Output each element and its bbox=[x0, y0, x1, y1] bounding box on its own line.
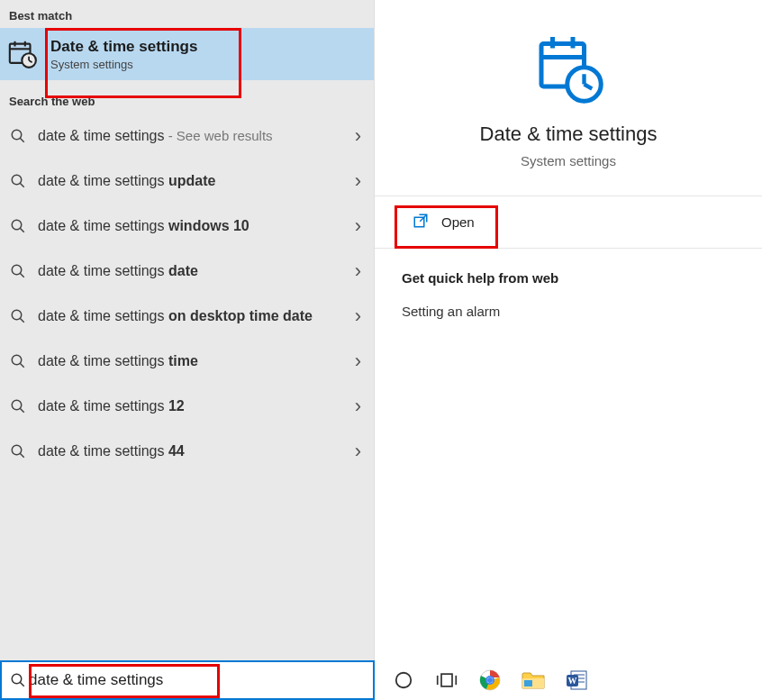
open-button[interactable]: Open bbox=[387, 196, 500, 248]
web-result-item[interactable]: date & time settings time› bbox=[0, 339, 374, 384]
chevron-right-icon: › bbox=[355, 305, 361, 328]
svg-point-32 bbox=[12, 674, 22, 684]
svg-point-17 bbox=[12, 355, 22, 365]
help-header: Get quick help from web bbox=[402, 270, 735, 286]
chevron-right-icon: › bbox=[355, 124, 361, 148]
svg-line-22 bbox=[20, 453, 24, 458]
svg-rect-43 bbox=[524, 680, 532, 686]
best-match-subtitle: System settings bbox=[50, 58, 365, 71]
svg-point-9 bbox=[12, 175, 22, 185]
svg-line-12 bbox=[20, 228, 24, 232]
svg-line-8 bbox=[20, 138, 24, 142]
web-result-text: date & time settings 44 bbox=[38, 443, 344, 459]
svg-point-15 bbox=[12, 310, 22, 320]
search-icon bbox=[9, 442, 27, 460]
web-result-text: date & time settings - See web results bbox=[38, 128, 344, 144]
svg-text:W: W bbox=[568, 676, 577, 686]
search-results-panel: Best match Date & time settings System s… bbox=[0, 0, 375, 660]
svg-line-33 bbox=[20, 682, 24, 686]
chevron-right-icon: › bbox=[355, 440, 361, 463]
svg-point-21 bbox=[12, 445, 22, 455]
svg-point-34 bbox=[396, 673, 412, 688]
search-icon bbox=[9, 397, 27, 415]
chevron-right-icon: › bbox=[355, 350, 361, 373]
svg-point-11 bbox=[12, 220, 22, 230]
search-icon bbox=[9, 262, 27, 280]
chevron-right-icon: › bbox=[355, 259, 361, 283]
svg-point-19 bbox=[12, 400, 22, 410]
task-view-icon[interactable] bbox=[434, 668, 459, 693]
best-match-result[interactable]: Date & time settings System settings bbox=[0, 28, 374, 80]
search-icon bbox=[9, 172, 27, 190]
search-icon bbox=[9, 671, 27, 689]
best-match-header: Best match bbox=[0, 0, 374, 28]
open-label: Open bbox=[441, 214, 475, 230]
preview-title: Date & time settings bbox=[393, 123, 744, 146]
open-icon bbox=[413, 213, 429, 232]
search-icon bbox=[9, 217, 27, 235]
search-input[interactable] bbox=[27, 668, 366, 693]
search-web-header: Search the web bbox=[0, 80, 374, 114]
best-match-title: Date & time settings bbox=[50, 38, 365, 56]
svg-line-18 bbox=[20, 363, 24, 368]
svg-rect-35 bbox=[441, 674, 452, 686]
svg-point-7 bbox=[12, 130, 22, 140]
search-icon bbox=[9, 127, 27, 145]
web-result-text: date & time settings date bbox=[38, 263, 344, 279]
web-result-text: date & time settings on desktop time dat… bbox=[38, 308, 344, 324]
svg-point-41 bbox=[487, 677, 493, 683]
taskbar: W bbox=[0, 660, 762, 700]
chevron-right-icon: › bbox=[355, 214, 361, 238]
date-time-icon bbox=[5, 37, 40, 71]
svg-line-14 bbox=[20, 273, 24, 277]
svg-line-16 bbox=[20, 318, 24, 323]
web-result-item[interactable]: date & time settings 44› bbox=[0, 429, 374, 474]
web-results-list: date & time settings - See web results›d… bbox=[0, 114, 374, 474]
web-result-item[interactable]: date & time settings update› bbox=[0, 159, 374, 204]
chevron-right-icon: › bbox=[355, 169, 361, 193]
svg-point-13 bbox=[12, 265, 22, 275]
file-explorer-icon[interactable] bbox=[521, 668, 546, 693]
preview-panel: Date & time settings System settings Ope… bbox=[375, 0, 762, 660]
web-result-text: date & time settings time bbox=[38, 353, 344, 369]
web-result-text: date & time settings 12 bbox=[38, 398, 344, 414]
svg-line-20 bbox=[20, 408, 24, 413]
svg-line-10 bbox=[20, 183, 24, 187]
web-result-text: date & time settings windows 10 bbox=[38, 218, 344, 234]
preview-subtitle: System settings bbox=[393, 153, 744, 168]
word-icon[interactable]: W bbox=[564, 668, 589, 693]
chrome-icon[interactable] bbox=[477, 668, 503, 693]
date-time-icon-large bbox=[393, 32, 744, 105]
help-link-alarm[interactable]: Setting an alarm bbox=[402, 304, 735, 319]
web-result-item[interactable]: date & time settings date› bbox=[0, 249, 374, 294]
web-result-item[interactable]: date & time settings 12› bbox=[0, 384, 374, 429]
search-icon bbox=[9, 307, 27, 325]
chevron-right-icon: › bbox=[355, 395, 361, 418]
taskbar-search-box[interactable] bbox=[0, 660, 375, 700]
web-result-item[interactable]: date & time settings windows 10› bbox=[0, 204, 374, 249]
search-icon bbox=[9, 352, 27, 370]
web-result-item[interactable]: date & time settings on desktop time dat… bbox=[0, 294, 374, 339]
cortana-icon[interactable] bbox=[391, 668, 416, 693]
web-result-item[interactable]: date & time settings - See web results› bbox=[0, 114, 374, 159]
web-result-text: date & time settings update bbox=[38, 173, 344, 189]
